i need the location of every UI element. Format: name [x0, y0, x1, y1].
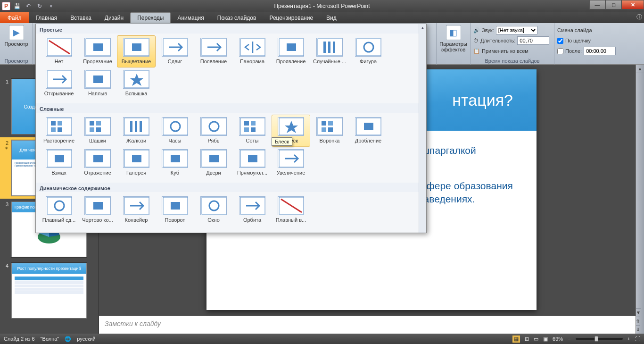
gallery-item[interactable]: Соты [233, 115, 272, 147]
gallery-item[interactable]: Взмах [40, 147, 78, 179]
gallery-item-label: Воронка [320, 138, 340, 143]
gallery-item-label: Шашки [89, 138, 106, 143]
svg-rect-54 [55, 155, 64, 162]
zoom-out-icon[interactable]: − [568, 336, 570, 342]
thumbnail-4-preview: Рост популярности презентаций [11, 263, 87, 319]
on-click-row[interactable]: По щелчку [557, 36, 641, 45]
gallery-item[interactable]: Вспышка [117, 67, 156, 100]
gallery-item[interactable]: Отражение [78, 147, 117, 179]
gallery-item[interactable]: Поворот [156, 194, 194, 226]
status-language[interactable]: русский [77, 336, 95, 342]
qat-more-icon[interactable]: ▾ [46, 1, 56, 11]
gallery-item[interactable]: Плавный в... [272, 194, 310, 226]
svg-rect-13 [323, 42, 326, 53]
gallery-item[interactable]: Дробление [349, 115, 388, 147]
svg-rect-34 [135, 121, 137, 132]
gallery-item[interactable]: Нет [40, 35, 78, 67]
gallery-item[interactable]: Конвейер [117, 194, 156, 226]
ribbon-collapse-icon[interactable]: ⓘ [635, 12, 644, 22]
svg-rect-62 [209, 155, 219, 162]
gallery-item[interactable]: Проявление [272, 35, 310, 67]
gallery-item[interactable]: Выцветание [117, 35, 156, 67]
maximize-button[interactable]: ◻ [605, 0, 621, 9]
tab-review[interactable]: Рецензирование [263, 12, 320, 23]
zoom-in-icon[interactable]: + [627, 336, 630, 342]
duration-input[interactable] [517, 36, 549, 45]
gallery-item[interactable]: Случайные ... [310, 35, 349, 67]
gallery-item[interactable]: Рябь [194, 115, 233, 147]
prev-slide-icon[interactable]: ⤊ [636, 317, 640, 325]
clock-icon: ⏱ [473, 38, 479, 43]
on-click-checkbox[interactable] [557, 38, 563, 44]
duration-label: Длительность: [480, 38, 515, 43]
minimize-button[interactable]: — [589, 0, 605, 9]
fit-window-icon[interactable]: ⛶ [635, 336, 640, 342]
tab-design[interactable]: Дизайн [98, 12, 130, 23]
gallery-item[interactable]: Воронка [310, 115, 349, 147]
gallery-item[interactable]: Появление [194, 35, 233, 67]
transition-icon [46, 149, 72, 168]
gallery-item[interactable]: Панорама [233, 35, 272, 67]
effect-options-button[interactable]: ◧ Параметры эффектов [439, 24, 467, 53]
tab-file[interactable]: Файл [0, 12, 29, 23]
gallery-item[interactable]: Шашки [78, 115, 117, 147]
gallery-scroll-up-icon[interactable]: ▲ [419, 24, 426, 32]
view-slideshow-icon[interactable]: ▣ [543, 336, 548, 342]
gallery-item-label: Прорезание [83, 59, 112, 64]
gallery-item[interactable]: Фигура [349, 35, 388, 67]
gallery-item[interactable]: Прямоугол... [233, 147, 272, 179]
gallery-item[interactable]: Увеличение [272, 147, 310, 179]
tab-insert[interactable]: Вставка [64, 12, 98, 23]
zoom-slider[interactable] [576, 338, 623, 340]
gallery-item[interactable]: Чертово ко... [78, 194, 117, 226]
view-sorter-icon[interactable]: ⊞ [525, 336, 529, 342]
gallery-item[interactable]: Куб [156, 147, 194, 179]
notes-pane[interactable]: Заметки к слайду [99, 316, 644, 334]
view-reading-icon[interactable]: ▭ [534, 336, 538, 342]
svg-rect-28 [90, 121, 94, 126]
tab-animation[interactable]: Анимация [171, 12, 210, 23]
next-slide-icon[interactable]: ⤋ [636, 325, 640, 334]
svg-rect-31 [96, 127, 101, 132]
after-label: После: [565, 48, 582, 54]
gallery-item[interactable]: Галерея [117, 147, 156, 179]
gallery-item[interactable]: Открывание [40, 67, 78, 100]
gallery-item[interactable]: Орбита [233, 194, 272, 226]
thumbnail-4[interactable]: 4 Рост популярности презентаций [0, 260, 99, 321]
zoom-slider-knob[interactable] [594, 336, 598, 342]
gallery-item[interactable]: Окно [194, 194, 233, 226]
gallery-item[interactable]: Двери [194, 147, 233, 179]
view-normal-icon[interactable]: ▦ [512, 336, 520, 343]
tab-home[interactable]: Главная [29, 12, 64, 23]
preview-button[interactable]: ▶ Просмотр [3, 24, 30, 48]
gallery-item[interactable]: Жалюзи [117, 115, 156, 147]
transition-icon [239, 117, 265, 136]
app-icon[interactable]: P [2, 2, 10, 10]
tab-slideshow[interactable]: Показ слайдов [211, 12, 263, 23]
after-row[interactable]: После: [557, 46, 641, 56]
transition-icon [46, 70, 72, 89]
scroll-up-icon[interactable]: ▲ [636, 65, 644, 73]
sound-select[interactable]: [Нет звука] [496, 26, 537, 34]
gallery-item[interactable]: Наплыв [78, 67, 117, 100]
gallery-item[interactable]: Часы [156, 115, 194, 147]
tab-transitions[interactable]: Переходы [130, 12, 171, 23]
redo-icon[interactable]: ↻ [35, 1, 44, 11]
tab-view[interactable]: Вид [320, 12, 343, 23]
gallery-item[interactable]: Растворение [40, 115, 78, 147]
close-button[interactable]: ✕ [621, 0, 644, 9]
scroll-down-icon[interactable]: ▼ [636, 308, 641, 317]
window-title: Презентация1 - Microsoft PowerPoint [274, 3, 370, 9]
gallery-item[interactable]: Прорезание [78, 35, 117, 67]
svg-rect-15 [333, 42, 335, 53]
zoom-level[interactable]: 69% [553, 336, 563, 342]
apply-all-row[interactable]: 📋 Применить ко всем [473, 46, 551, 56]
after-input[interactable] [584, 47, 616, 55]
gallery-item[interactable]: Сдвиг [156, 35, 194, 67]
after-checkbox[interactable] [557, 48, 563, 54]
svg-rect-25 [51, 127, 56, 132]
vertical-scrollbar[interactable]: ▲ ▼ ⤊ ⤋ [636, 65, 644, 334]
gallery-item[interactable]: Плавный сд... [40, 194, 78, 226]
save-icon[interactable]: 💾 [12, 1, 22, 11]
undo-icon[interactable]: ↶ [24, 1, 33, 11]
